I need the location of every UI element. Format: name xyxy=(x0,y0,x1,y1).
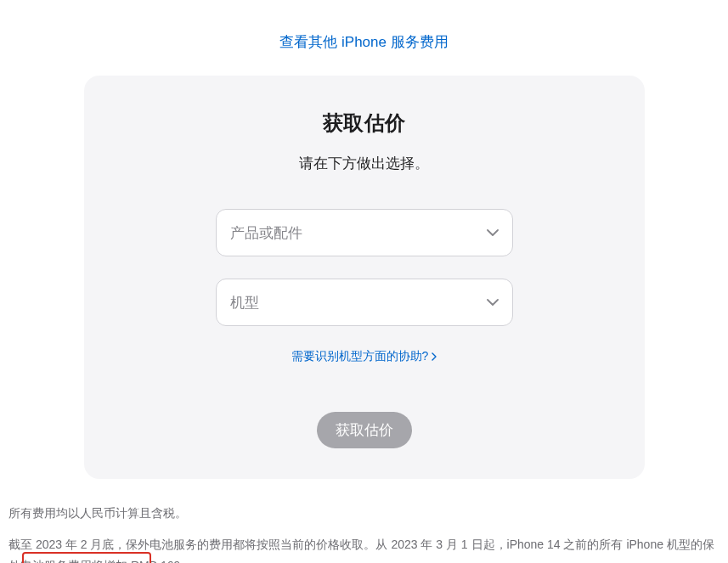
button-wrapper: 获取估价 xyxy=(118,412,611,448)
product-select[interactable]: 产品或配件 xyxy=(216,209,513,256)
estimate-card: 获取估价 请在下方做出选择。 产品或配件 机型 需要识别机型方面的协助? 获取估… xyxy=(84,76,645,479)
get-estimate-button[interactable]: 获取估价 xyxy=(317,412,412,448)
chevron-down-icon xyxy=(487,229,499,236)
other-services-link[interactable]: 查看其他 iPhone 服务费用 xyxy=(279,34,448,50)
chevron-down-icon xyxy=(487,299,499,306)
card-subtitle: 请在下方做出选择。 xyxy=(118,154,611,173)
product-select-wrapper: 产品或配件 xyxy=(216,209,513,256)
help-link-wrapper: 需要识别机型方面的协助? xyxy=(118,348,611,364)
footer-text: 所有费用均以人民币计算且含税。 截至 2023 年 2 月底，保外电池服务的费用… xyxy=(8,503,720,563)
product-select-placeholder: 产品或配件 xyxy=(230,223,302,243)
top-link-wrapper: 查看其他 iPhone 服务费用 xyxy=(0,0,728,76)
card-title: 获取估价 xyxy=(118,110,611,137)
identify-model-help-link[interactable]: 需要识别机型方面的协助? xyxy=(291,349,437,364)
model-select-placeholder: 机型 xyxy=(230,293,259,312)
footer-line-2: 截至 2023 年 2 月底，保外电池服务的费用都将按照当前的价格收取。从 20… xyxy=(8,534,720,563)
help-link-text: 需要识别机型方面的协助? xyxy=(291,349,429,364)
chevron-right-icon xyxy=(432,352,437,361)
footer-line-1: 所有费用均以人民币计算且含税。 xyxy=(8,503,720,524)
model-select[interactable]: 机型 xyxy=(216,279,513,326)
model-select-wrapper: 机型 xyxy=(216,279,513,326)
